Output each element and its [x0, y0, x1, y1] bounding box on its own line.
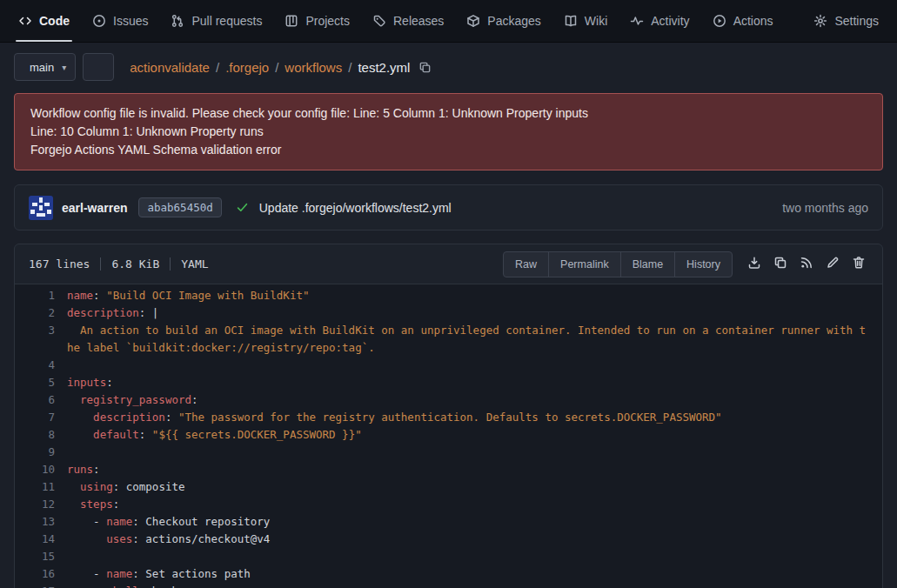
code-line: 6 registry_password:: [15, 391, 882, 409]
top-nav-right-items: Settings: [802, 0, 890, 42]
line-content: default: "${{ secrets.DOCKER_PASSWORD }}…: [67, 426, 882, 444]
compare-button[interactable]: [83, 53, 114, 81]
breadcrumb: actionvalidate/.forgejo/workflows/test2.…: [130, 60, 432, 75]
nav-item-code[interactable]: Code: [7, 0, 81, 42]
code-line: 12 steps:: [15, 496, 882, 513]
nav-item-packages[interactable]: Packages: [455, 0, 552, 42]
file-language: YAML: [181, 257, 208, 271]
code-line: 1name: "Build OCI Image with BuildKit": [15, 287, 882, 304]
line-number[interactable]: 5: [15, 374, 67, 391]
download-icon: [747, 256, 761, 270]
code-line: 17 shell: bash: [15, 583, 882, 588]
line-content: using: composite: [67, 478, 882, 496]
file-size: 6.8 KiB: [111, 257, 159, 271]
breadcrumb-separator: /: [348, 60, 351, 75]
nav-item-label: Settings: [834, 14, 879, 28]
file-meta: 167 lines 6.8 KiB YAML: [29, 257, 209, 271]
code-line: 2description: |: [15, 304, 882, 322]
code-line: 10runs:: [15, 461, 882, 478]
code-line: 14 uses: actions/checkout@v4: [15, 531, 882, 548]
commit-status-check-icon[interactable]: [236, 201, 249, 214]
file-action-icons: [741, 251, 872, 277]
file-view-buttons: RawPermalinkBlameHistory: [503, 251, 733, 277]
code-line: 8 default: "${{ secrets.DOCKER_PASSWORD …: [15, 426, 882, 444]
code-line: 4: [15, 357, 882, 374]
code-line: 15: [15, 548, 882, 565]
breadcrumb-segment[interactable]: workflows: [284, 60, 342, 75]
line-number[interactable]: 9: [15, 444, 67, 461]
nav-item-label: Issues: [113, 14, 148, 28]
breadcrumb-segment[interactable]: actionvalidate: [130, 60, 210, 75]
line-content: An action to build an OCI image with Bui…: [67, 322, 882, 357]
line-number[interactable]: 17: [15, 583, 67, 588]
code-line: 11 using: composite: [15, 478, 882, 496]
commit-message[interactable]: Update .forgejo/workflows/test2.yml: [259, 201, 452, 215]
code-line: 5inputs:: [15, 374, 882, 391]
history-button[interactable]: History: [674, 251, 733, 277]
error-banner-line: Forgejo Actions YAML Schema validation e…: [30, 141, 867, 159]
line-number[interactable]: 11: [15, 478, 67, 496]
delete-button[interactable]: [846, 251, 872, 277]
error-banner-line: Line: 10 Column 1: Unknown Property runs: [30, 123, 867, 141]
commit-author[interactable]: earl-warren: [62, 201, 127, 215]
line-number[interactable]: 13: [15, 513, 67, 531]
play-circle-icon: [713, 14, 726, 28]
line-number[interactable]: 2: [15, 304, 67, 322]
branch-name: main: [30, 61, 54, 74]
line-content: registry_password:: [67, 391, 882, 409]
line-number[interactable]: 8: [15, 426, 67, 444]
line-content: - name: Checkout repository: [67, 513, 882, 531]
line-number[interactable]: 3: [15, 322, 67, 357]
raw-button[interactable]: Raw: [503, 251, 549, 277]
line-content: uses: actions/checkout@v4: [67, 531, 882, 548]
nav-item-actions[interactable]: Actions: [701, 0, 785, 42]
nav-item-projects[interactable]: Projects: [273, 0, 361, 42]
error-banner: Workflow config file is invalid. Please …: [14, 93, 883, 170]
issue-icon: [92, 14, 106, 28]
top-nav: CodeIssuesPull requestsProjectsReleasesP…: [0, 0, 897, 43]
book-icon: [564, 14, 578, 28]
nav-item-releases[interactable]: Releases: [361, 0, 455, 42]
chevron-down-icon: ▾: [62, 63, 66, 72]
copy-file-button[interactable]: [767, 251, 793, 277]
avatar[interactable]: [29, 196, 53, 220]
nav-item-issues[interactable]: Issues: [81, 0, 159, 42]
commit-hash-badge[interactable]: abab65450d: [138, 197, 221, 217]
nav-item-label: Actions: [733, 14, 773, 28]
download-button[interactable]: [741, 251, 767, 277]
line-content: shell: bash: [67, 583, 882, 588]
line-number[interactable]: 14: [15, 531, 67, 548]
nav-item-label: Activity: [651, 14, 689, 28]
line-number[interactable]: 10: [15, 461, 67, 478]
blame-button[interactable]: Blame: [620, 251, 675, 277]
project-icon: [284, 14, 298, 28]
line-number[interactable]: 6: [15, 391, 67, 409]
line-content: description: |: [67, 304, 882, 322]
line-number[interactable]: 16: [15, 565, 67, 583]
line-content: [67, 548, 882, 565]
line-number[interactable]: 7: [15, 409, 67, 426]
nav-item-settings[interactable]: Settings: [802, 0, 890, 42]
nav-item-activity[interactable]: Activity: [619, 0, 700, 42]
branch-select-button[interactable]: main ▾: [14, 53, 76, 81]
rss-button[interactable]: [793, 251, 820, 277]
copy-path-icon[interactable]: [418, 61, 432, 74]
line-content: inputs:: [67, 374, 882, 391]
nav-item-wiki[interactable]: Wiki: [552, 0, 619, 42]
commit-time: two months ago: [782, 201, 868, 215]
line-number[interactable]: 12: [15, 496, 67, 513]
code-line: 3 An action to build an OCI image with B…: [15, 322, 882, 357]
breadcrumb-segment[interactable]: .forgejo: [225, 60, 269, 75]
package-icon: [466, 14, 480, 28]
nav-item-label: Projects: [305, 14, 350, 28]
line-number[interactable]: 1: [15, 287, 67, 304]
permalink-button[interactable]: Permalink: [548, 251, 621, 277]
line-number[interactable]: 4: [15, 357, 67, 374]
line-number[interactable]: 15: [15, 548, 67, 565]
nav-item-pull-requests[interactable]: Pull requests: [159, 0, 273, 42]
pull-request-icon: [171, 14, 184, 28]
breadcrumb-separator: /: [275, 60, 278, 75]
code-line: 13 - name: Checkout repository: [15, 513, 882, 531]
rss-icon: [800, 256, 813, 270]
edit-button[interactable]: [820, 251, 846, 277]
